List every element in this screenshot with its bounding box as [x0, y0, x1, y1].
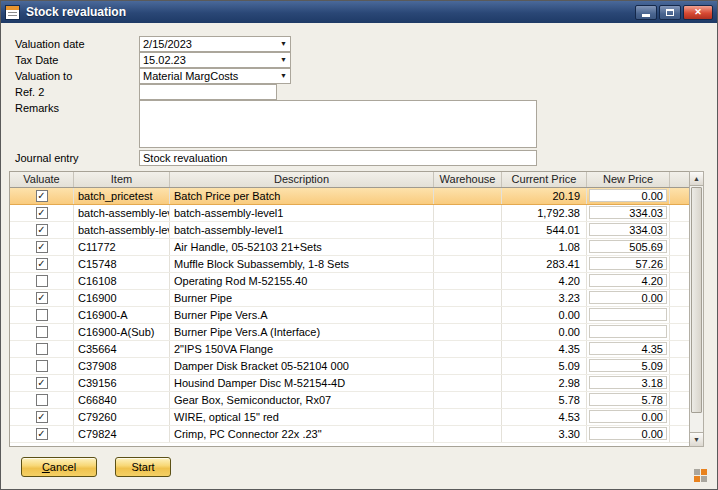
table-row[interactable]: C16900-A(Sub) Burner Pipe Vers.A (Interf…: [10, 324, 690, 341]
description-cell: Operating Rod M-52155.40: [170, 273, 434, 289]
table-row[interactable]: ✓ C15748 Muffle Block Subassembly, 1-8 S…: [10, 256, 690, 273]
table-row[interactable]: ✓ C39156 Housind Damper Disc M-52154-4D …: [10, 375, 690, 392]
valuate-checkbox[interactable]: [36, 360, 48, 372]
row-filler: [670, 205, 690, 221]
valuate-checkbox[interactable]: ✓: [36, 207, 48, 219]
current-price-cell: 1.08: [502, 239, 587, 255]
tax-date-combo[interactable]: 15.02.23 ▼: [139, 52, 291, 68]
new-price-input[interactable]: 4.20: [589, 274, 667, 287]
valuate-checkbox[interactable]: ✓: [36, 292, 48, 304]
valuation-to-combo[interactable]: Material MargCosts ▼: [139, 68, 291, 84]
column-header-current-price[interactable]: Current Price: [502, 172, 587, 187]
table-row[interactable]: ✓ C79824 Crimp, PC Connector 22x .23" 3.…: [10, 426, 690, 443]
scroll-down-button[interactable]: ▼: [690, 432, 703, 446]
table-row[interactable]: ✓ C11772 Air Handle, 05-52103 21+Sets 1.…: [10, 239, 690, 256]
column-header-description[interactable]: Description: [170, 172, 434, 187]
warehouse-cell: [434, 205, 502, 221]
valuate-checkbox[interactable]: [36, 309, 48, 321]
item-cell: batch_pricetest: [74, 188, 170, 204]
valuate-checkbox[interactable]: [36, 326, 48, 338]
valuate-checkbox[interactable]: ✓: [36, 428, 48, 440]
table-row[interactable]: C16108 Operating Rod M-52155.40 4.20 4.2…: [10, 273, 690, 290]
new-price-input[interactable]: 57.26: [589, 257, 667, 270]
warehouse-cell: [434, 239, 502, 255]
tax-date-label: Tax Date: [15, 54, 58, 66]
table-scrollbar[interactable]: ▲ ▼: [689, 171, 704, 447]
warehouse-cell: [434, 409, 502, 425]
title-bar[interactable]: Stock revaluation ✕: [1, 1, 717, 23]
column-header-new-price[interactable]: New Price: [587, 172, 670, 187]
remarks-textarea[interactable]: [139, 100, 537, 148]
column-header-valuate[interactable]: Valuate: [10, 172, 74, 187]
ref2-input[interactable]: [139, 84, 277, 100]
table-row[interactable]: C16900-A Burner Pipe Vers.A 0.00: [10, 307, 690, 324]
new-price-input[interactable]: [589, 325, 667, 338]
column-header-filler: [670, 172, 690, 187]
valuate-checkbox[interactable]: ✓: [36, 411, 48, 423]
valuate-checkbox[interactable]: ✓: [36, 241, 48, 253]
table-row[interactable]: ✓ C79260 WIRE, optical 15" red 4.53 0.00: [10, 409, 690, 426]
valuate-cell: [10, 358, 74, 374]
item-cell: C79260: [74, 409, 170, 425]
new-price-input[interactable]: 334.03: [589, 206, 667, 219]
description-cell: Damper Disk Bracket 05-52104 000: [170, 358, 434, 374]
close-button[interactable]: ✕: [683, 5, 713, 20]
new-price-input[interactable]: 4.35: [589, 342, 667, 355]
valuate-checkbox[interactable]: ✓: [36, 258, 48, 270]
valuate-cell: ✓: [10, 409, 74, 425]
table-row[interactable]: C35664 2"IPS 150VA Flange 4.35 4.35: [10, 341, 690, 358]
column-header-item[interactable]: Item: [74, 172, 170, 187]
journal-entry-input[interactable]: [139, 150, 537, 166]
new-price-input[interactable]: 0.00: [589, 291, 667, 304]
new-price-input[interactable]: 0.00: [589, 189, 667, 202]
valuate-checkbox[interactable]: ✓: [36, 377, 48, 389]
new-price-input[interactable]: 5.78: [589, 393, 667, 406]
valuation-date-combo[interactable]: 2/15/2023 ▼: [139, 36, 291, 52]
valuate-checkbox[interactable]: [36, 275, 48, 287]
valuate-checkbox[interactable]: [36, 343, 48, 355]
cancel-button[interactable]: Cancel: [21, 457, 97, 477]
new-price-input[interactable]: 5.09: [589, 359, 667, 372]
table-row[interactable]: C37908 Damper Disk Bracket 05-52104 000 …: [10, 358, 690, 375]
minimize-button[interactable]: [635, 5, 657, 20]
cancel-accel: C: [42, 461, 50, 473]
new-price-input[interactable]: 334.03: [589, 223, 667, 236]
table-row[interactable]: ✓ batch_pricetest Batch Price per Batch …: [10, 188, 690, 205]
description-cell: Gear Box, Semiconductor, Rx07: [170, 392, 434, 408]
row-filler: [670, 188, 690, 204]
table-row[interactable]: ✓ C16900 Burner Pipe 3.23 0.00: [10, 290, 690, 307]
table-header: Valuate Item Description Warehouse Curre…: [10, 172, 690, 188]
row-filler: [670, 324, 690, 340]
warehouse-cell: [434, 392, 502, 408]
valuate-cell: [10, 307, 74, 323]
scroll-down-icon: ▼: [693, 436, 700, 443]
item-cell: C39156: [74, 375, 170, 391]
new-price-input[interactable]: 0.00: [589, 410, 667, 423]
maximize-button[interactable]: [659, 5, 681, 20]
valuate-cell: ✓: [10, 256, 74, 272]
row-filler: [670, 239, 690, 255]
tax-date-value: 15.02.23: [143, 53, 186, 67]
valuate-checkbox[interactable]: ✓: [36, 224, 48, 236]
valuate-cell: ✓: [10, 239, 74, 255]
table-row[interactable]: C66840 Gear Box, Semiconductor, Rx07 5.7…: [10, 392, 690, 409]
resize-handle-icon[interactable]: [694, 469, 707, 482]
valuate-checkbox[interactable]: [36, 394, 48, 406]
window-title: Stock revaluation: [26, 5, 633, 19]
table-row[interactable]: ✓ batch-assembly-lev... batch-assembly-l…: [10, 222, 690, 239]
new-price-input[interactable]: [589, 308, 667, 321]
new-price-input[interactable]: 0.00: [589, 427, 667, 440]
new-price-input[interactable]: 3.18: [589, 376, 667, 389]
current-price-cell: 20.19: [502, 188, 587, 204]
current-price-cell: 0.00: [502, 324, 587, 340]
item-cell: C16108: [74, 273, 170, 289]
start-button[interactable]: Start: [115, 457, 171, 477]
column-header-warehouse[interactable]: Warehouse: [434, 172, 502, 187]
new-price-input[interactable]: 505.69: [589, 240, 667, 253]
valuate-checkbox[interactable]: ✓: [36, 190, 48, 202]
scrollbar-thumb[interactable]: [691, 187, 702, 413]
valuation-date-value: 2/15/2023: [143, 37, 192, 51]
table-row[interactable]: ✓ batch-assembly-lev... batch-assembly-l…: [10, 205, 690, 222]
table-body: ✓ batch_pricetest Batch Price per Batch …: [10, 188, 690, 443]
scroll-up-button[interactable]: ▲: [690, 172, 703, 186]
